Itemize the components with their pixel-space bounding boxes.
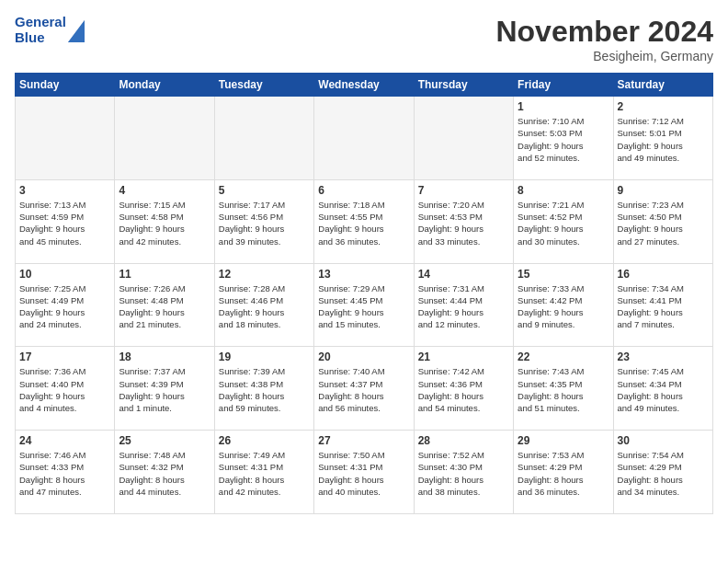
table-row: [214, 97, 313, 180]
day-number: 16: [618, 268, 709, 281]
day-info: Sunrise: 7:20 AM Sunset: 4:53 PM Dayligh…: [418, 199, 509, 247]
calendar-week-row: 1Sunrise: 7:10 AM Sunset: 5:03 PM Daylig…: [16, 97, 713, 180]
day-number: 8: [518, 184, 609, 197]
calendar-week-row: 24Sunrise: 7:46 AM Sunset: 4:33 PM Dayli…: [16, 431, 713, 514]
day-info: Sunrise: 7:29 AM Sunset: 4:45 PM Dayligh…: [318, 282, 409, 331]
day-info: Sunrise: 7:13 AM Sunset: 4:59 PM Dayligh…: [19, 199, 110, 247]
day-info: Sunrise: 7:37 AM Sunset: 4:39 PM Dayligh…: [119, 365, 210, 414]
calendar-week-row: 17Sunrise: 7:36 AM Sunset: 4:40 PM Dayli…: [16, 347, 713, 431]
table-row: 25Sunrise: 7:48 AM Sunset: 4:32 PM Dayli…: [115, 431, 214, 514]
day-number: 27: [318, 434, 409, 447]
day-info: Sunrise: 7:33 AM Sunset: 4:42 PM Dayligh…: [518, 282, 609, 331]
table-row: 17Sunrise: 7:36 AM Sunset: 4:40 PM Dayli…: [16, 347, 115, 431]
day-number: 19: [219, 350, 310, 363]
day-number: 9: [618, 184, 709, 197]
day-info: Sunrise: 7:34 AM Sunset: 4:41 PM Dayligh…: [618, 282, 709, 331]
table-row: [314, 97, 414, 180]
table-row: 16Sunrise: 7:34 AM Sunset: 4:41 PM Dayli…: [613, 263, 712, 347]
table-row: 30Sunrise: 7:54 AM Sunset: 4:29 PM Dayli…: [613, 431, 712, 514]
day-info: Sunrise: 7:50 AM Sunset: 4:31 PM Dayligh…: [318, 449, 409, 498]
day-info: Sunrise: 7:12 AM Sunset: 5:01 PM Dayligh…: [618, 115, 709, 164]
col-thursday: Thursday: [414, 74, 513, 97]
day-number: 5: [219, 184, 310, 197]
day-number: 18: [119, 350, 210, 363]
table-row: 12Sunrise: 7:28 AM Sunset: 4:46 PM Dayli…: [214, 263, 313, 347]
calendar-header-row: Sunday Monday Tuesday Wednesday Thursday…: [16, 74, 713, 97]
title-area: November 2024 Besigheim, Germany: [495, 15, 713, 63]
day-number: 6: [318, 184, 409, 197]
day-info: Sunrise: 7:45 AM Sunset: 4:34 PM Dayligh…: [618, 365, 709, 414]
day-number: 2: [618, 100, 709, 113]
table-row: 23Sunrise: 7:45 AM Sunset: 4:34 PM Dayli…: [613, 347, 712, 431]
table-row: 29Sunrise: 7:53 AM Sunset: 4:29 PM Dayli…: [514, 431, 613, 514]
table-row: 6Sunrise: 7:18 AM Sunset: 4:55 PM Daylig…: [314, 179, 414, 263]
day-number: 14: [418, 268, 509, 281]
day-info: Sunrise: 7:39 AM Sunset: 4:38 PM Dayligh…: [219, 365, 310, 414]
day-number: 30: [618, 434, 709, 447]
day-number: 13: [318, 268, 409, 281]
svg-marker-1: [68, 20, 85, 42]
day-info: Sunrise: 7:48 AM Sunset: 4:32 PM Dayligh…: [119, 449, 210, 498]
day-info: Sunrise: 7:26 AM Sunset: 4:48 PM Dayligh…: [119, 282, 210, 331]
col-wednesday: Wednesday: [314, 74, 414, 97]
day-number: 25: [119, 434, 210, 447]
day-number: 1: [518, 100, 609, 113]
day-info: Sunrise: 7:53 AM Sunset: 4:29 PM Dayligh…: [518, 449, 609, 498]
day-number: 28: [418, 434, 509, 447]
page: General Blue November 2024 Besigheim, Ge…: [0, 0, 728, 563]
calendar-table: Sunday Monday Tuesday Wednesday Thursday…: [15, 73, 713, 514]
day-info: Sunrise: 7:10 AM Sunset: 5:03 PM Dayligh…: [518, 115, 609, 164]
header: General Blue November 2024 Besigheim, Ge…: [15, 15, 713, 63]
day-info: Sunrise: 7:42 AM Sunset: 4:36 PM Dayligh…: [418, 365, 509, 414]
table-row: 2Sunrise: 7:12 AM Sunset: 5:01 PM Daylig…: [613, 97, 712, 180]
day-number: 10: [19, 268, 110, 281]
calendar-week-row: 3Sunrise: 7:13 AM Sunset: 4:59 PM Daylig…: [16, 179, 713, 263]
table-row: 4Sunrise: 7:15 AM Sunset: 4:58 PM Daylig…: [115, 179, 214, 263]
col-friday: Friday: [514, 74, 613, 97]
day-info: Sunrise: 7:23 AM Sunset: 4:50 PM Dayligh…: [618, 199, 709, 247]
day-info: Sunrise: 7:52 AM Sunset: 4:30 PM Dayligh…: [418, 449, 509, 498]
calendar-week-row: 10Sunrise: 7:25 AM Sunset: 4:49 PM Dayli…: [16, 263, 713, 347]
logo-icon: [66, 17, 86, 44]
day-info: Sunrise: 7:40 AM Sunset: 4:37 PM Dayligh…: [318, 365, 409, 414]
table-row: 7Sunrise: 7:20 AM Sunset: 4:53 PM Daylig…: [414, 179, 513, 263]
day-number: 15: [518, 268, 609, 281]
table-row: 14Sunrise: 7:31 AM Sunset: 4:44 PM Dayli…: [414, 263, 513, 347]
day-number: 3: [19, 184, 110, 197]
day-number: 21: [418, 350, 509, 363]
table-row: 15Sunrise: 7:33 AM Sunset: 4:42 PM Dayli…: [514, 263, 613, 347]
table-row: [115, 97, 214, 180]
month-title: November 2024: [495, 15, 713, 49]
day-number: 23: [618, 350, 709, 363]
table-row: 27Sunrise: 7:50 AM Sunset: 4:31 PM Dayli…: [314, 431, 414, 514]
table-row: 9Sunrise: 7:23 AM Sunset: 4:50 PM Daylig…: [613, 179, 712, 263]
table-row: 26Sunrise: 7:49 AM Sunset: 4:31 PM Dayli…: [214, 431, 313, 514]
logo: General Blue: [15, 15, 86, 45]
table-row: [16, 97, 115, 180]
table-row: 1Sunrise: 7:10 AM Sunset: 5:03 PM Daylig…: [514, 97, 613, 180]
day-info: Sunrise: 7:31 AM Sunset: 4:44 PM Dayligh…: [418, 282, 509, 331]
table-row: 5Sunrise: 7:17 AM Sunset: 4:56 PM Daylig…: [214, 179, 313, 263]
table-row: 19Sunrise: 7:39 AM Sunset: 4:38 PM Dayli…: [214, 347, 313, 431]
day-number: 29: [518, 434, 609, 447]
table-row: 21Sunrise: 7:42 AM Sunset: 4:36 PM Dayli…: [414, 347, 513, 431]
day-info: Sunrise: 7:54 AM Sunset: 4:29 PM Dayligh…: [618, 449, 709, 498]
table-row: [414, 97, 513, 180]
table-row: 13Sunrise: 7:29 AM Sunset: 4:45 PM Dayli…: [314, 263, 414, 347]
day-number: 24: [19, 434, 110, 447]
col-saturday: Saturday: [613, 74, 712, 97]
col-monday: Monday: [115, 74, 214, 97]
day-number: 22: [518, 350, 609, 363]
table-row: 20Sunrise: 7:40 AM Sunset: 4:37 PM Dayli…: [314, 347, 414, 431]
logo-line1: General: [15, 15, 66, 30]
day-number: 12: [219, 268, 310, 281]
day-number: 26: [219, 434, 310, 447]
day-info: Sunrise: 7:21 AM Sunset: 4:52 PM Dayligh…: [518, 199, 609, 247]
day-info: Sunrise: 7:28 AM Sunset: 4:46 PM Dayligh…: [219, 282, 310, 331]
day-number: 7: [418, 184, 509, 197]
logo-line2: Blue: [15, 30, 66, 46]
table-row: 28Sunrise: 7:52 AM Sunset: 4:30 PM Dayli…: [414, 431, 513, 514]
day-number: 20: [318, 350, 409, 363]
day-info: Sunrise: 7:36 AM Sunset: 4:40 PM Dayligh…: [19, 365, 110, 414]
day-info: Sunrise: 7:17 AM Sunset: 4:56 PM Dayligh…: [219, 199, 310, 247]
